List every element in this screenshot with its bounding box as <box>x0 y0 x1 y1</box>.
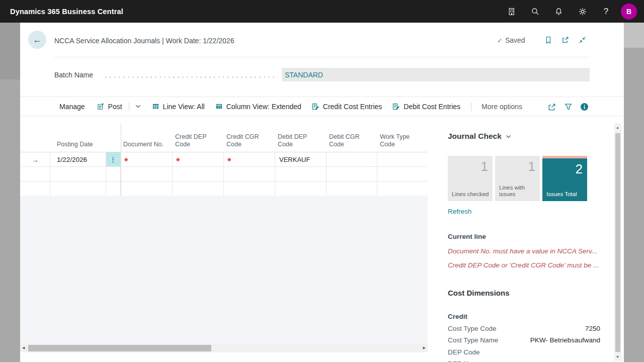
error-message[interactable]: Credit DEP Code or 'Credit CGR Code' mus… <box>448 261 600 269</box>
help-icon[interactable]: ? <box>594 7 618 17</box>
cell-work-type-code[interactable] <box>377 152 428 166</box>
tile-value: 1 <box>528 159 535 174</box>
toolbar-separator <box>471 102 471 111</box>
line-view-label: Line View: All <box>163 103 205 111</box>
field-label: DEP Name <box>448 360 481 362</box>
batch-name-field[interactable]: STANDARD <box>282 68 590 81</box>
vertical-scrollbar[interactable]: ▲ ▼ <box>614 123 621 361</box>
page-card: ← NCCA Service Allocation Journals | Wor… <box>20 23 624 362</box>
cell-document-no[interactable]: * <box>121 152 173 166</box>
tile-issues-total[interactable]: 2 Issues Total <box>542 156 587 201</box>
tile-label: Lines with issues <box>499 185 540 198</box>
search-icon[interactable] <box>523 7 547 16</box>
avatar[interactable]: B <box>621 4 637 20</box>
tile-lines-with-issues[interactable]: 1 Lines with issues <box>495 156 540 201</box>
more-options-label: More options <box>481 103 522 111</box>
scroll-left-arrow-icon[interactable]: ◀ <box>22 346 25 350</box>
header-divider <box>54 57 590 57</box>
tile-label: Lines checked <box>452 191 491 198</box>
credit-group-label: Credit <box>448 313 467 320</box>
cell-posting-date[interactable]: 1/22/2026 <box>50 152 106 166</box>
table-header: Posting Date Document No. Credit DEP Cod… <box>20 123 428 152</box>
column-header-credit-dep-code[interactable]: Credit DEP Code <box>175 133 211 148</box>
journal-check-header[interactable]: Journal Check <box>448 132 511 141</box>
error-message[interactable]: Document No. must have a value in NCCA S… <box>448 247 600 255</box>
horizontal-scrollbar[interactable]: ◀ ▶ <box>20 344 428 352</box>
toolbar-right-icons <box>547 97 589 117</box>
batch-name-label: Batch Name <box>54 71 93 79</box>
journal-check-title: Journal Check <box>448 132 502 141</box>
cell-credit-dep-code[interactable]: * <box>173 152 224 166</box>
column-header-debit-dep-code[interactable]: Debit DEP Code <box>278 133 314 148</box>
saved-label: Saved <box>505 36 525 44</box>
company-icon[interactable] <box>500 7 523 16</box>
line-view-button[interactable]: Line View: All <box>152 103 205 111</box>
topbar-actions: ? B <box>500 0 641 23</box>
column-header-credit-cgr-code[interactable]: Credit CGR Code <box>226 133 263 148</box>
field-row-dep-code: DEP Code <box>448 348 600 358</box>
field-value: 7250 <box>585 325 600 332</box>
info-icon[interactable] <box>580 103 589 111</box>
field-label: Cost Type Code <box>448 325 497 332</box>
active-row-arrow-icon: → <box>20 152 50 166</box>
share-icon[interactable] <box>547 103 556 112</box>
post-icon <box>97 103 105 111</box>
ledger-entries-icon <box>311 103 319 111</box>
screen: Dynamics 365 Business Central <box>0 0 644 362</box>
post-dropdown-chevron[interactable] <box>135 105 141 108</box>
backdrop-right <box>624 23 644 48</box>
table-row-empty[interactable] <box>20 167 428 182</box>
column-header-document-no[interactable]: Document No. <box>123 141 172 148</box>
scroll-down-arrow-icon[interactable]: ▼ <box>616 355 619 358</box>
cell-debit-dep-code[interactable]: VERKAUF <box>275 152 327 166</box>
column-view-label: Column View: Extended <box>226 103 301 111</box>
tile-label: Issues Total <box>546 191 579 198</box>
cost-dimensions-title: Cost Dimensions <box>448 289 510 297</box>
notifications-icon[interactable] <box>547 7 571 16</box>
field-label: Cost Type Name <box>448 336 498 344</box>
current-line-title: Current line <box>448 233 486 240</box>
post-button[interactable]: Post <box>97 103 122 111</box>
field-value: PKW- Betriebsaufwand <box>530 336 600 344</box>
cell-debit-cgr-code[interactable] <box>327 152 377 166</box>
field-row-cost-type-name: Cost Type Name PKW- Betriebsaufwand <box>448 336 600 346</box>
open-in-new-window-icon[interactable] <box>561 36 570 44</box>
app-title: Dynamics 365 Business Central <box>10 8 123 16</box>
freeze-pane-divider <box>121 123 121 196</box>
horizontal-scrollbar-thumb[interactable] <box>28 345 211 351</box>
chevron-down-icon <box>506 135 511 138</box>
collapse-icon[interactable] <box>578 36 587 44</box>
column-view-icon <box>215 103 223 110</box>
table-row: → 1/22/2026 ⋮ * * * VERKAUF <box>20 152 428 167</box>
ellipsis-icon: ⋮ <box>110 156 117 163</box>
field-label: DEP Code <box>448 348 480 356</box>
backdrop-left <box>0 23 20 79</box>
bookmark-icon[interactable] <box>544 36 552 45</box>
ledger-entries-icon <box>392 103 400 111</box>
debit-cost-entries-button[interactable]: Debit Cost Entries <box>392 103 460 111</box>
column-header-posting-date[interactable]: Posting Date <box>57 141 105 148</box>
cell-credit-cgr-code[interactable]: * <box>224 152 275 166</box>
row-menu-cell[interactable]: ⋮ <box>106 152 121 166</box>
tile-lines-checked[interactable]: 1 Lines checked <box>448 156 493 201</box>
topbar: Dynamics 365 Business Central <box>0 0 644 23</box>
more-options-button[interactable]: More options <box>481 103 522 111</box>
column-view-button[interactable]: Column View: Extended <box>215 103 301 111</box>
batch-name-value[interactable]: STANDARD <box>285 71 323 79</box>
settings-gear-icon[interactable] <box>571 7 594 16</box>
manage-button[interactable]: Manage <box>59 103 85 111</box>
filter-icon[interactable] <box>564 103 573 111</box>
vertical-scrollbar-thumb[interactable] <box>615 133 620 352</box>
table-row-empty[interactable] <box>20 182 428 196</box>
manage-label: Manage <box>59 103 85 111</box>
credit-cost-entries-button[interactable]: Credit Cost Entries <box>311 103 382 111</box>
column-header-debit-cgr-code[interactable]: Debit CGR Code <box>329 133 365 148</box>
column-header-work-type-code[interactable]: Work Type Code <box>380 133 416 148</box>
refresh-link[interactable]: Refresh <box>448 208 471 215</box>
post-label: Post <box>108 103 122 111</box>
scroll-up-arrow-icon[interactable]: ▲ <box>616 126 619 129</box>
page-header-icons <box>544 36 587 45</box>
back-button[interactable]: ← <box>28 31 46 49</box>
scroll-right-arrow-icon[interactable]: ▶ <box>423 346 426 350</box>
field-row-dep-name: DEP Name <box>448 360 600 362</box>
